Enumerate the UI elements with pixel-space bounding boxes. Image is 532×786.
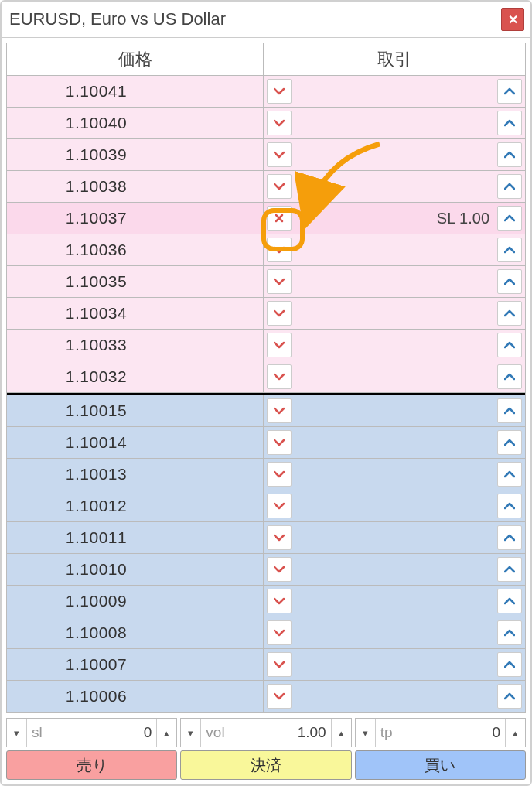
chevron-up-icon[interactable] (497, 652, 522, 677)
vol-decrement[interactable]: ▾ (181, 719, 201, 747)
tp-increment[interactable]: ▴ (505, 719, 525, 747)
sl-spinner[interactable]: ▾ sl 0 ▴ (6, 718, 177, 747)
price-row[interactable]: 1.10010 (7, 554, 525, 586)
chevron-down-icon[interactable] (267, 238, 292, 262)
chevron-down-icon[interactable] (267, 301, 292, 326)
chevron-up-icon[interactable] (497, 364, 522, 389)
vol-value: 1.00 (298, 724, 326, 741)
price-value: 1.10008 (7, 617, 264, 648)
price-row[interactable]: 1.10011 (7, 522, 525, 554)
price-grid: 価格 取引 1.100411.100401.100391.100381.1003… (6, 43, 526, 713)
tp-spinner[interactable]: ▾ tp 0 ▴ (355, 718, 526, 747)
price-value: 1.10009 (7, 586, 264, 617)
tp-input[interactable]: tp 0 (376, 719, 505, 747)
sell-button[interactable]: 売り (6, 750, 177, 780)
price-row[interactable]: 1.10008 (7, 617, 525, 649)
price-row[interactable]: 1.10036 (7, 234, 525, 266)
trade-cell (264, 554, 525, 585)
price-value: 1.10039 (7, 139, 264, 170)
price-value: 1.10036 (7, 234, 264, 265)
price-row[interactable]: 1.10006 (7, 681, 525, 713)
vol-spinner[interactable]: ▾ vol 1.00 ▴ (180, 718, 351, 747)
trade-cell (264, 234, 525, 265)
chevron-down-icon[interactable] (267, 430, 292, 455)
trade-cell (264, 681, 525, 712)
price-row[interactable]: 1.10039 (7, 139, 525, 171)
price-row[interactable]: 1.10037SL 1.00 (7, 203, 525, 234)
chevron-up-icon[interactable] (497, 269, 522, 294)
sl-input[interactable]: sl 0 (27, 719, 156, 747)
price-value: 1.10041 (7, 76, 264, 107)
chevron-up-icon[interactable] (497, 238, 522, 262)
price-row[interactable]: 1.10009 (7, 586, 525, 617)
price-row[interactable]: 1.10038 (7, 171, 525, 203)
close-icon: ✕ (508, 12, 518, 27)
chevron-down-icon[interactable] (267, 557, 292, 582)
chevron-up-icon[interactable] (497, 557, 522, 582)
chevron-up-icon[interactable] (497, 620, 522, 645)
price-row[interactable]: 1.10032 (7, 361, 525, 393)
vol-input[interactable]: vol 1.00 (201, 719, 330, 747)
close-button[interactable]: ✕ (501, 8, 524, 31)
chevron-up-icon[interactable] (497, 430, 522, 455)
price-value: 1.10006 (7, 681, 264, 712)
price-row[interactable]: 1.10035 (7, 266, 525, 298)
price-value: 1.10040 (7, 108, 264, 138)
tp-label: tp (380, 724, 393, 741)
chevron-down-icon[interactable] (267, 79, 292, 104)
dom-window: EURUSD, Euro vs US Dollar ✕ 価格 取引 1.1004… (0, 0, 532, 786)
chevron-up-icon[interactable] (497, 79, 522, 104)
chevron-down-icon[interactable] (267, 462, 292, 487)
chevron-up-icon[interactable] (497, 684, 522, 709)
chevron-down-icon[interactable] (267, 333, 292, 357)
price-value: 1.10015 (7, 395, 264, 426)
price-row[interactable]: 1.10013 (7, 459, 525, 490)
trade-cell (264, 522, 525, 553)
delete-order-button[interactable] (267, 206, 292, 231)
chevron-down-icon[interactable] (267, 364, 292, 389)
trade-cell (264, 427, 525, 458)
chevron-down-icon[interactable] (267, 398, 292, 423)
chevron-down-icon[interactable] (267, 620, 292, 645)
chevron-down-icon[interactable] (267, 589, 292, 613)
chevron-up-icon[interactable] (497, 111, 522, 135)
price-row[interactable]: 1.10012 (7, 490, 525, 522)
sl-increment[interactable]: ▴ (156, 719, 176, 747)
chevron-up-icon[interactable] (497, 301, 522, 326)
chevron-down-icon[interactable] (267, 142, 292, 167)
chevron-down-icon[interactable] (267, 525, 292, 550)
sl-decrement[interactable]: ▾ (7, 719, 27, 747)
price-row[interactable]: 1.10040 (7, 108, 525, 139)
trade-cell (264, 586, 525, 617)
action-row: 売り 決済 買い (6, 750, 526, 780)
chevron-down-icon[interactable] (267, 652, 292, 677)
price-row[interactable]: 1.10034 (7, 298, 525, 330)
chevron-up-icon[interactable] (497, 174, 522, 199)
chevron-up-icon[interactable] (497, 589, 522, 613)
settle-button[interactable]: 決済 (180, 750, 351, 780)
chevron-up-icon[interactable] (497, 462, 522, 487)
tp-decrement[interactable]: ▾ (356, 719, 376, 747)
sl-label: sl (32, 724, 43, 741)
price-row[interactable]: 1.10041 (7, 76, 525, 108)
chevron-down-icon[interactable] (267, 684, 292, 709)
chevron-up-icon[interactable] (497, 206, 522, 231)
chevron-up-icon[interactable] (497, 525, 522, 550)
chevron-down-icon[interactable] (267, 269, 292, 294)
price-row[interactable]: 1.10014 (7, 427, 525, 459)
chevron-down-icon[interactable] (267, 494, 292, 518)
tp-value: 0 (492, 724, 500, 741)
chevron-up-icon[interactable] (497, 333, 522, 357)
chevron-down-icon[interactable] (267, 174, 292, 199)
chevron-up-icon[interactable] (497, 398, 522, 423)
chevron-up-icon[interactable] (497, 494, 522, 518)
chevron-up-icon[interactable] (497, 142, 522, 167)
chevron-down-icon[interactable] (267, 111, 292, 135)
price-row[interactable]: 1.10007 (7, 649, 525, 681)
vol-increment[interactable]: ▴ (331, 719, 351, 747)
buy-button[interactable]: 買い (355, 750, 526, 780)
price-value: 1.10014 (7, 427, 264, 458)
price-row[interactable]: 1.10033 (7, 330, 525, 361)
price-row[interactable]: 1.10015 (7, 395, 525, 427)
trade-cell (264, 298, 525, 329)
